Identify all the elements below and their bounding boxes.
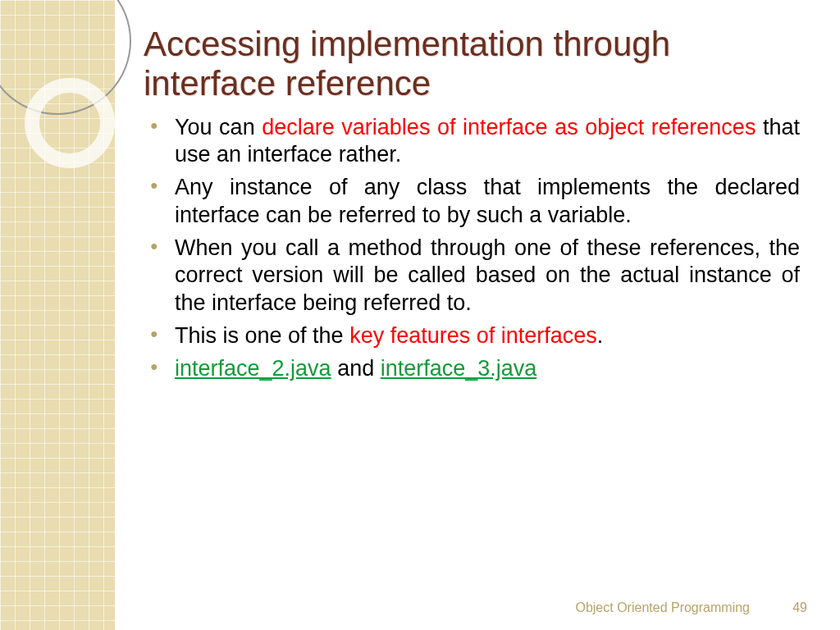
bullet-item: You can declare variables of interface a… bbox=[175, 114, 800, 170]
bullet-text: You can bbox=[175, 115, 262, 139]
bullet-text: Any instance of any class that implement… bbox=[175, 175, 800, 227]
file-link[interactable]: interface_2.java bbox=[175, 356, 331, 381]
bullet-text: and bbox=[331, 356, 381, 381]
bullet-text: When you call a method through one of th… bbox=[175, 235, 800, 316]
highlight-text: declare variables of interface as object… bbox=[262, 115, 756, 139]
bullet-text: . bbox=[597, 323, 604, 348]
bullet-list: You can declare variables of interface a… bbox=[144, 114, 800, 383]
file-link[interactable]: interface_3.java bbox=[381, 356, 537, 381]
bullet-item: interface_2.java and interface_3.java bbox=[175, 355, 800, 383]
bullet-item: Any instance of any class that implement… bbox=[175, 174, 800, 230]
bullet-item: This is one of the key features of inter… bbox=[175, 322, 800, 350]
ring-inner-icon bbox=[25, 78, 115, 168]
footer-label: Object Oriented Programming bbox=[575, 600, 750, 615]
bullet-item: When you call a method through one of th… bbox=[175, 235, 800, 317]
slide-content: Accessing implementation through interfa… bbox=[144, 25, 800, 387]
highlight-text: key features of interfaces bbox=[349, 323, 597, 348]
left-decoration bbox=[0, 0, 115, 630]
slide-title: Accessing implementation through interfa… bbox=[144, 25, 800, 104]
page-number: 49 bbox=[792, 600, 807, 615]
bullet-text: This is one of the bbox=[175, 323, 349, 348]
